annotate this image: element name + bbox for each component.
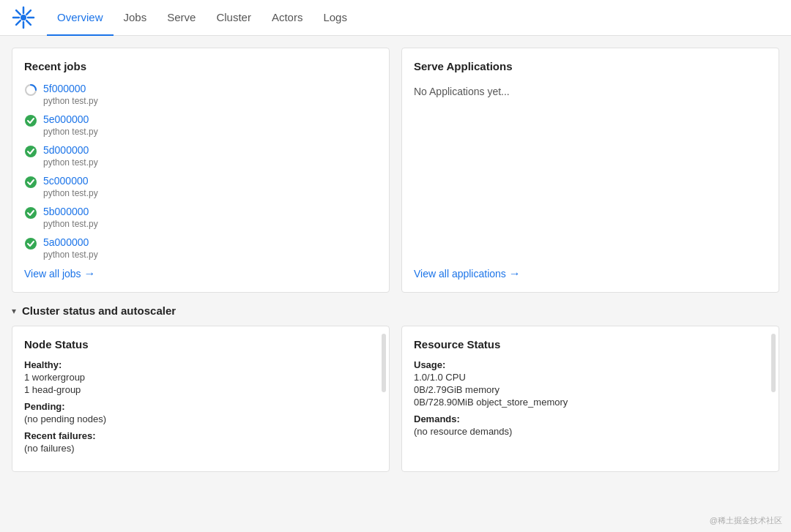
- job-subtitle: python test.py: [43, 219, 98, 229]
- job-subtitle: python test.py: [43, 127, 98, 137]
- job-subtitle: python test.py: [43, 250, 98, 260]
- cluster-section-title: Cluster status and autoscaler: [22, 304, 176, 317]
- cluster-chevron-icon: ▾: [12, 306, 16, 316]
- usage-value-cpu: 1.0/1.0 CPU: [414, 372, 767, 383]
- pending-label: Pending:: [24, 401, 377, 412]
- svg-line-7: [26, 10, 31, 15]
- pending-value: (no pending nodes): [24, 413, 377, 424]
- job-success-icon: [24, 145, 37, 158]
- job-info: 5e000000 python test.py: [43, 113, 98, 137]
- job-item: 5d000000 python test.py: [24, 144, 377, 168]
- serve-applications-title: Serve Applications: [414, 60, 767, 72]
- svg-point-11: [25, 146, 37, 157]
- svg-point-14: [25, 238, 37, 250]
- demands-label: Demands:: [414, 413, 767, 424]
- view-all-jobs-arrow: →: [84, 267, 96, 280]
- usage-value-memory: 0B/2.79GiB memory: [414, 384, 767, 395]
- view-all-applications-label: View all applications: [414, 268, 506, 280]
- navbar: Overview Jobs Serve Cluster Actors Logs: [0, 0, 791, 36]
- recent-jobs-title: Recent jobs: [24, 60, 377, 72]
- job-success-icon: [24, 114, 37, 127]
- nav-logs[interactable]: Logs: [313, 0, 357, 36]
- node-status-title: Node Status: [24, 338, 377, 351]
- top-panels-row: Recent jobs 5f000000 python test.py 5e00…: [12, 48, 779, 293]
- job-info: 5b000000 python test.py: [43, 206, 98, 229]
- job-info: 5a000000 python test.py: [43, 236, 98, 260]
- svg-point-13: [25, 207, 37, 219]
- job-id-link[interactable]: 5c000000: [43, 175, 98, 187]
- job-item: 5f000000 python test.py: [24, 83, 377, 106]
- job-success-icon: [24, 206, 37, 220]
- job-info: 5c000000 python test.py: [43, 175, 98, 198]
- healthy-label: Healthy:: [24, 359, 377, 370]
- healthy-value-2: 1 head-group: [24, 384, 377, 395]
- nav-cluster[interactable]: Cluster: [206, 0, 261, 36]
- job-item: 5b000000 python test.py: [24, 206, 377, 229]
- view-all-jobs-link[interactable]: View all jobs →: [24, 267, 377, 280]
- resource-status-scrollbar[interactable]: [771, 334, 776, 392]
- usage-value-object-store: 0B/728.90MiB object_store_memory: [414, 397, 767, 408]
- view-all-applications-link[interactable]: View all applications →: [414, 267, 767, 280]
- job-subtitle: python test.py: [43, 157, 98, 168]
- svg-point-0: [21, 15, 26, 20]
- svg-line-8: [16, 20, 21, 25]
- serve-applications-panel: Serve Applications No Applications yet..…: [401, 48, 779, 293]
- job-success-icon: [24, 237, 37, 250]
- status-panels-row: Node Status Healthy: 1 workergroup 1 hea…: [12, 326, 779, 472]
- job-item: 5e000000 python test.py: [24, 113, 377, 137]
- failures-label: Recent failures:: [24, 430, 377, 441]
- nav-overview[interactable]: Overview: [47, 0, 114, 36]
- job-id-link[interactable]: 5e000000: [43, 113, 98, 125]
- healthy-value-1: 1 workergroup: [24, 372, 377, 383]
- job-info: 5d000000 python test.py: [43, 144, 98, 168]
- view-all-applications-arrow: →: [509, 267, 521, 280]
- usage-label: Usage:: [414, 359, 767, 370]
- svg-line-5: [16, 10, 21, 15]
- jobs-list: 5f000000 python test.py 5e000000 python …: [24, 83, 377, 260]
- demands-value: (no resource demands): [414, 426, 767, 437]
- job-item: 5c000000 python test.py: [24, 175, 377, 198]
- svg-point-10: [25, 115, 37, 127]
- svg-point-12: [25, 176, 37, 188]
- resource-status-title: Resource Status: [414, 338, 767, 351]
- recent-jobs-panel: Recent jobs 5f000000 python test.py 5e00…: [12, 48, 390, 293]
- nav-actors[interactable]: Actors: [261, 0, 313, 36]
- nav-serve[interactable]: Serve: [157, 0, 206, 36]
- job-id-link[interactable]: 5a000000: [43, 236, 98, 248]
- ray-logo: [12, 6, 35, 29]
- view-all-jobs-label: View all jobs: [24, 268, 81, 280]
- no-applications-text: No Applications yet...: [414, 83, 767, 97]
- main-content: Recent jobs 5f000000 python test.py 5e00…: [0, 36, 791, 532]
- job-subtitle: python test.py: [43, 188, 98, 198]
- watermark: @稀土掘金技术社区: [710, 515, 782, 526]
- job-id-link[interactable]: 5d000000: [43, 144, 98, 156]
- job-info: 5f000000 python test.py: [43, 83, 98, 106]
- cluster-section-header[interactable]: ▾ Cluster status and autoscaler: [12, 304, 779, 317]
- node-status-scrollbar[interactable]: [382, 334, 386, 392]
- nav-jobs[interactable]: Jobs: [114, 0, 157, 36]
- failures-value: (no failures): [24, 443, 377, 454]
- node-status-panel: Node Status Healthy: 1 workergroup 1 hea…: [12, 326, 390, 472]
- job-success-icon: [24, 176, 37, 189]
- job-id-link[interactable]: 5f000000: [43, 83, 98, 94]
- resource-status-panel: Resource Status Usage: 1.0/1.0 CPU 0B/2.…: [401, 326, 779, 472]
- job-running-icon: [24, 83, 37, 97]
- svg-line-6: [26, 20, 31, 25]
- job-id-link[interactable]: 5b000000: [43, 206, 98, 217]
- job-subtitle: python test.py: [43, 96, 98, 106]
- job-item: 5a000000 python test.py: [24, 236, 377, 260]
